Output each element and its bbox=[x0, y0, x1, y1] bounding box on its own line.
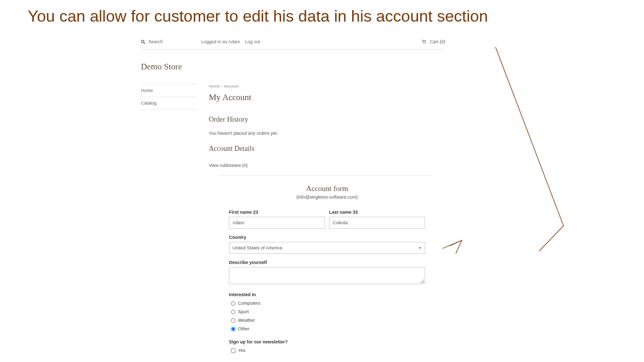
sidebar-item-home[interactable]: Home bbox=[141, 84, 196, 97]
logged-in-link[interactable]: Logged in as Adam bbox=[201, 39, 240, 44]
logout-link[interactable]: Log out bbox=[245, 39, 260, 44]
interest-option-weather[interactable]: Weather bbox=[231, 316, 425, 325]
describe-textarea[interactable] bbox=[229, 267, 425, 284]
search-placeholder: Search bbox=[148, 39, 163, 44]
last-name-input[interactable] bbox=[329, 217, 425, 229]
account-form: Account form (info@singleton-software.co… bbox=[209, 185, 445, 362]
form-title: Account form bbox=[229, 185, 425, 193]
crumb-home[interactable]: Home bbox=[209, 84, 219, 88]
first-name-label: First name 23 bbox=[229, 210, 325, 215]
annotation-banner: You can allow for customer to edit his d… bbox=[0, 0, 644, 30]
interest-option-computers[interactable]: Computers bbox=[231, 299, 425, 308]
crumb-account: Account bbox=[224, 84, 238, 88]
describe-label: Describe yourself bbox=[229, 260, 425, 265]
search-icon bbox=[141, 40, 145, 44]
svg-line-1 bbox=[144, 42, 145, 44]
interest-option-other[interactable]: Other bbox=[231, 325, 425, 333]
svg-point-3 bbox=[425, 43, 426, 43]
interested-label: Interested In bbox=[229, 292, 425, 297]
svg-line-4 bbox=[496, 47, 564, 226]
newsletter-label: Sign up for our newsletter? bbox=[229, 339, 425, 344]
newsletter-checkbox[interactable] bbox=[231, 348, 235, 353]
interested-radio-group: Computers Sport Weather Other bbox=[229, 299, 425, 333]
order-history-heading: Order History bbox=[209, 116, 445, 124]
annotation-arrow bbox=[438, 42, 569, 258]
country-label: Country bbox=[229, 235, 425, 240]
country-select[interactable]: United States of America bbox=[229, 242, 425, 254]
sidebar-item-catalog[interactable]: Catalog bbox=[141, 97, 196, 110]
divider bbox=[221, 175, 433, 175]
store-brand[interactable]: Demo Store bbox=[141, 62, 445, 72]
svg-line-6 bbox=[450, 240, 462, 246]
interest-option-sport[interactable]: Sport bbox=[231, 308, 425, 316]
storefront-window: Search Logged in as Adam Log out Cart (0… bbox=[141, 34, 445, 362]
breadcrumb: Home›Account bbox=[209, 84, 445, 88]
account-details-heading: Account Details bbox=[209, 145, 445, 153]
interest-radio[interactable] bbox=[231, 310, 235, 314]
newsletter-option-yes[interactable]: Yes bbox=[231, 346, 425, 355]
chevron-right-icon: › bbox=[221, 84, 222, 88]
cart-icon bbox=[422, 39, 427, 44]
first-name-input[interactable] bbox=[229, 217, 325, 229]
top-bar: Search Logged in as Adam Log out Cart (0… bbox=[141, 34, 445, 50]
main-content: Home›Account My Account Order History Yo… bbox=[201, 84, 445, 362]
sidebar: Home Catalog bbox=[141, 84, 196, 362]
cart-link[interactable]: Cart (0) bbox=[422, 39, 445, 44]
view-addresses-link[interactable]: View Addresses (0) bbox=[209, 163, 248, 168]
cart-label: Cart (0) bbox=[430, 39, 445, 44]
form-subtitle: (info@singleton-software.com) bbox=[229, 195, 425, 200]
interest-radio[interactable] bbox=[231, 301, 235, 306]
svg-point-2 bbox=[424, 43, 424, 43]
interest-radio[interactable] bbox=[231, 318, 235, 323]
last-name-label: Last name 33 bbox=[329, 210, 425, 215]
svg-line-5 bbox=[539, 226, 564, 251]
page-title: My Account bbox=[209, 93, 445, 103]
svg-point-0 bbox=[141, 40, 144, 43]
search-area[interactable]: Search bbox=[141, 39, 201, 44]
interest-radio[interactable] bbox=[231, 327, 235, 331]
order-history-empty: You haven't placed any orders yet. bbox=[209, 131, 445, 136]
